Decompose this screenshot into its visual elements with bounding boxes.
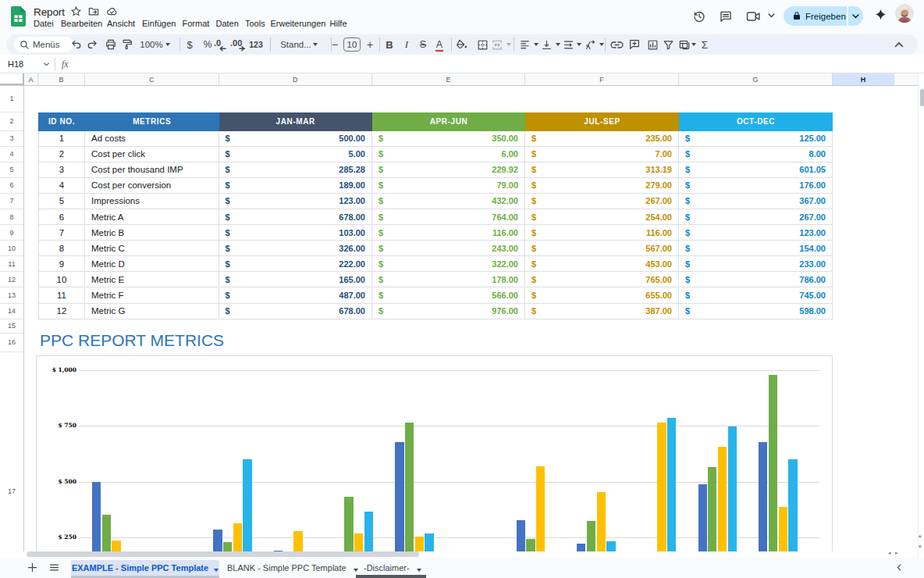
menu-hilfe[interactable]: Hilfe <box>330 19 347 28</box>
sheet-tab[interactable]: BLANK - Simple PPC Template <box>227 560 358 576</box>
cell-metric[interactable]: Metric F <box>85 288 219 304</box>
cell-value[interactable]: $8.00 <box>679 147 833 162</box>
gemini-icon[interactable] <box>874 8 887 21</box>
cell-value[interactable]: $103.00 <box>219 225 373 241</box>
cell-value[interactable]: $367.00 <box>679 194 833 209</box>
cell-metric[interactable]: Metric C <box>85 241 219 256</box>
vertical-align-icon[interactable] <box>538 34 554 55</box>
increase-font-size-button[interactable]: + <box>364 34 376 55</box>
menu-tools[interactable]: Tools <box>245 19 265 28</box>
add-sheet-icon[interactable] <box>27 562 38 573</box>
cell-value[interactable]: $5.00 <box>219 147 373 162</box>
menu-daten[interactable]: Daten <box>216 19 239 28</box>
cell-value[interactable]: $279.00 <box>525 178 679 194</box>
sheet-tab-active[interactable]: EXAMPLE - Simple PPC Template <box>71 560 219 576</box>
number-format-dropdown-icon[interactable] <box>311 34 320 55</box>
cell-value[interactable]: $350.00 <box>372 131 525 147</box>
font-size-input[interactable]: 10 <box>343 37 361 52</box>
cell-metric[interactable]: Ad costs <box>85 131 219 147</box>
cell-value[interactable]: $678.00 <box>219 304 373 319</box>
scroll-up-icon[interactable]: ▴ <box>919 533 922 539</box>
version-history-icon[interactable] <box>692 9 706 23</box>
cell-value[interactable]: $786.00 <box>679 272 833 287</box>
scroll-down-icon[interactable]: ▾ <box>919 544 922 550</box>
cell-value[interactable]: $322.00 <box>372 256 525 272</box>
text-rotation-icon[interactable] <box>582 34 598 55</box>
vertical-scrollbar[interactable] <box>918 73 924 557</box>
sheet-tab-dropdown-icon[interactable] <box>214 561 219 575</box>
cell-metric[interactable]: Metric A <box>85 209 219 225</box>
bold-button[interactable]: B <box>382 34 396 55</box>
cell-metric[interactable]: Metric E <box>85 272 219 287</box>
cell-value[interactable]: $229.92 <box>372 162 525 178</box>
cloud-status-icon[interactable] <box>105 5 119 17</box>
menu-ansicht[interactable]: Ansicht <box>107 19 135 28</box>
cell-value[interactable]: $154.00 <box>679 241 833 256</box>
share-button-main[interactable]: Freigeben <box>784 6 848 26</box>
bar-chart[interactable]: $ 250$ 500$ 750$ 1,000 <box>36 355 833 557</box>
cell-value[interactable]: $123.00 <box>679 225 833 241</box>
horizontal-align-icon[interactable] <box>517 34 532 55</box>
cell-id[interactable]: 10 <box>38 272 85 287</box>
cell-metric[interactable]: Metric B <box>85 225 219 241</box>
italic-button[interactable]: I <box>400 34 414 55</box>
cell-id[interactable]: 2 <box>38 147 85 162</box>
cell-value[interactable]: $243.00 <box>372 241 525 256</box>
sheet-tab-dropdown-icon[interactable] <box>417 561 421 575</box>
name-box-dropdown-icon[interactable] <box>44 62 49 66</box>
cell-value[interactable]: $601.05 <box>679 162 833 178</box>
cell-value[interactable]: $6.00 <box>372 147 525 162</box>
document-title[interactable]: Report <box>34 6 65 18</box>
cell-value[interactable]: $176.00 <box>679 178 833 194</box>
format-currency-button[interactable]: $ <box>183 34 197 55</box>
cell-id[interactable]: 11 <box>38 288 85 304</box>
cell-value[interactable]: $189.00 <box>219 178 373 194</box>
cell-value[interactable]: $487.00 <box>219 288 373 304</box>
cell-value[interactable]: $116.00 <box>525 225 679 241</box>
cell-value[interactable]: $165.00 <box>219 272 373 287</box>
cell-value[interactable]: $387.00 <box>525 304 679 319</box>
cell-value[interactable]: $976.00 <box>372 304 525 319</box>
menu-erweiterungen[interactable]: Erweiterungen <box>271 19 326 28</box>
cell-value[interactable]: $598.00 <box>679 304 833 319</box>
cell-metric[interactable]: Metric D <box>85 256 219 272</box>
cell-value[interactable]: $116.00 <box>372 225 525 241</box>
text-wrap-icon[interactable] <box>560 34 576 55</box>
cell-value[interactable]: $567.00 <box>525 241 679 256</box>
meet-icon[interactable] <box>746 9 762 23</box>
cell-value[interactable]: $313.19 <box>525 162 679 178</box>
menu-format[interactable]: Format <box>183 19 210 28</box>
text-color-button[interactable]: A <box>432 34 446 55</box>
search-menus-pill[interactable]: Menüs <box>14 37 73 52</box>
sheet-tab-dropdown-icon[interactable] <box>354 561 358 575</box>
cell-id[interactable]: 3 <box>38 162 85 178</box>
cell-value[interactable]: $267.00 <box>525 194 679 209</box>
insert-chart-icon[interactable] <box>645 34 660 55</box>
share-dropdown[interactable] <box>847 6 863 26</box>
increase-decimals-button[interactable]: .00 <box>230 34 247 55</box>
cell-value[interactable]: $432.00 <box>372 194 525 209</box>
cell-value[interactable]: $453.00 <box>525 256 679 272</box>
merge-cells-icon[interactable] <box>489 34 505 55</box>
strikethrough-button[interactable]: S <box>416 34 430 55</box>
zoom-control[interactable]: 100% <box>137 34 165 55</box>
cell-value[interactable]: $7.00 <box>525 147 679 162</box>
insert-comment-icon[interactable] <box>627 34 642 55</box>
share-button[interactable]: Freigeben <box>784 6 863 26</box>
cell-id[interactable]: 4 <box>38 178 85 194</box>
cell-metric[interactable]: Cost per click <box>85 147 219 162</box>
tab-scroll-left-icon[interactable] <box>894 562 904 573</box>
sheet-tab[interactable]: -Disclaimer- <box>364 560 421 576</box>
tabstrip-scrollbar-thumb[interactable] <box>356 575 426 578</box>
cell-value[interactable]: $222.00 <box>219 256 373 272</box>
menu-einfgen[interactable]: Einfügen <box>142 19 176 28</box>
functions-button[interactable]: Σ <box>697 34 713 55</box>
cell-id[interactable]: 7 <box>38 225 85 241</box>
cell-id[interactable]: 9 <box>38 256 85 272</box>
filter-icon[interactable] <box>660 34 676 55</box>
cell-value[interactable]: $764.00 <box>372 209 525 225</box>
comments-icon[interactable] <box>719 9 733 23</box>
move-folder-icon[interactable] <box>87 5 100 17</box>
cell-value[interactable]: $79.00 <box>372 178 525 194</box>
cell-id[interactable]: 12 <box>38 304 85 319</box>
